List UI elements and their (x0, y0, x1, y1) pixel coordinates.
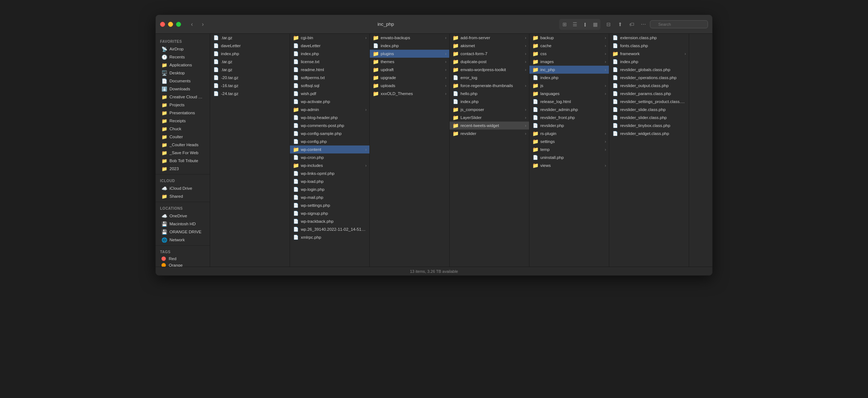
list-item[interactable]: 📁 js › (529, 82, 609, 90)
list-item[interactable]: 📄 release_log.html (529, 98, 609, 106)
list-item[interactable]: 📄 wp-load.php (290, 177, 369, 185)
list-item[interactable]: 📄 xmlrpc.php (290, 233, 369, 241)
list-item[interactable]: 📁 js_composer › (450, 106, 529, 114)
list-item[interactable]: 📄 revslider_globals.class.php (609, 66, 689, 74)
list-item[interactable]: 📁 themes › (370, 58, 449, 66)
list-item[interactable]: 📄 wp-settings.php (290, 201, 369, 209)
list-item[interactable]: 📄 wp-config.php (290, 138, 369, 145)
list-item[interactable]: 📄 wp-links-opml.php (290, 169, 369, 177)
list-item[interactable]: 📁 wp-includes › (290, 161, 369, 169)
list-item[interactable]: 📄 daveLetter (210, 42, 290, 50)
list-item[interactable]: 📄 extension.class.php (609, 34, 689, 42)
list-item[interactable]: 📁 inc_php › (529, 66, 609, 74)
list-item[interactable]: 📄 wp-config-sample.php (290, 130, 369, 138)
sidebar-item-projects[interactable]: 📁 Projects (157, 101, 208, 109)
list-item[interactable]: 📁 LayerSlider › (450, 114, 529, 122)
sidebar-item-macintosh-hd[interactable]: 💾 Macintosh HD (157, 220, 208, 228)
list-item[interactable]: 📄 wish.pdf (290, 90, 369, 98)
sidebar-item-icloud-drive[interactable]: ☁️ iCloud Drive (157, 184, 208, 192)
sidebar-item-tag-orange[interactable]: Orange (157, 262, 208, 267)
sidebar-item-creative-cloud[interactable]: 📁 Creative Cloud Files (157, 93, 208, 101)
sidebar-item-airdrop[interactable]: 📡 AirDrop (157, 45, 208, 53)
list-item[interactable]: 📄 readme.html (290, 66, 369, 74)
list-item[interactable]: 📁 force-regenerate-thumbnails › (450, 82, 529, 90)
sidebar-item-save-for-web[interactable]: 📁 _Save For Web (157, 149, 208, 157)
list-item[interactable]: 📄 index.php (210, 50, 290, 58)
list-item[interactable]: 📁 revslider › (450, 130, 529, 138)
sidebar-item-documents[interactable]: 📄 Documents (157, 77, 208, 85)
list-item[interactable]: 📁 akismet › (450, 42, 529, 50)
list-item[interactable]: 📁 temp › (529, 145, 609, 153)
close-button[interactable] (160, 22, 165, 27)
sidebar-item-recents[interactable]: 🕐 Recents (157, 53, 208, 61)
list-item[interactable]: 📄 wp-signup.php (290, 209, 369, 217)
list-item[interactable]: 📄 revslider_output.class.php (609, 82, 689, 90)
list-item[interactable]: 📄 .tar.gz (210, 66, 290, 74)
list-item[interactable]: 📄 wp-blog-header.php (290, 114, 369, 122)
list-item[interactable]: 📄 revslider_tinybox.class.php (609, 122, 689, 130)
list-item[interactable]: 📁 views › (529, 161, 609, 169)
list-item[interactable]: 📄 index.php (370, 42, 449, 50)
list-item[interactable]: 📄 hello.php (450, 90, 529, 98)
gallery-view-button[interactable]: ▦ (590, 19, 600, 29)
sidebar-item-downloads[interactable]: ⬇️ Downloads (157, 85, 208, 93)
sidebar-item-desktop[interactable]: 🖥️ Desktop (157, 69, 208, 77)
list-item[interactable]: 📄 revslider_slide.class.php (609, 106, 689, 114)
list-item[interactable]: 📁 add-from-server › (450, 34, 529, 42)
list-item[interactable]: 📄 -20.tar.gz (210, 74, 290, 82)
icon-view-button[interactable]: ⊞ (560, 19, 570, 29)
sidebar-item-applications[interactable]: 📁 Applications (157, 61, 208, 69)
minimize-button[interactable] (168, 22, 173, 27)
list-item[interactable]: 📁 settings › (529, 138, 609, 145)
sidebar-item-network[interactable]: 🌐 Network (157, 236, 208, 244)
list-item[interactable]: 📄 revslider_front.php (529, 114, 609, 122)
back-button[interactable]: ‹ (187, 20, 197, 28)
list-item[interactable]: 📄 wp-comments-post.php (290, 122, 369, 130)
column-view-button[interactable]: ⫿ (580, 19, 590, 29)
sidebar-item-receipts[interactable]: 📁 Receipts (157, 117, 208, 125)
list-item[interactable]: 📄 softperms.txt (290, 74, 369, 82)
sidebar-item-tag-red[interactable]: Red (157, 255, 208, 262)
list-item[interactable]: 📄 daveLetter (290, 42, 369, 50)
list-item[interactable]: 📄 wp-mail.php (290, 193, 369, 201)
list-item[interactable]: 📄 index.php (450, 98, 529, 106)
list-item[interactable]: 📁 envato-backups › (370, 34, 449, 42)
share-button[interactable]: ⬆ (615, 19, 625, 29)
list-item[interactable]: 📁 xxxOLD_Themes › (370, 90, 449, 98)
list-item[interactable]: 📄 wp.26_39140.2022-11-02_14-51-32 (290, 225, 369, 233)
list-item[interactable]: 📁 css › (529, 50, 609, 58)
list-item[interactable]: 📄 revslider_widget.class.php (609, 130, 689, 138)
list-item[interactable]: 📁 contact-form-7 › (450, 50, 529, 58)
search-input[interactable] (650, 20, 708, 28)
list-item[interactable]: 📁 plugins › (370, 50, 449, 58)
list-item[interactable]: 📁 backup › (529, 34, 609, 42)
list-item[interactable]: 📁 framework › (609, 50, 689, 58)
list-item[interactable]: 📄 wp-activate.php (290, 98, 369, 106)
list-item[interactable]: 📄 revslider_slider.class.php (609, 114, 689, 122)
maximize-button[interactable] (176, 22, 181, 27)
list-item[interactable]: 📁 envato-wordpress-toolkit › (450, 66, 529, 74)
sidebar-item-chuck[interactable]: 📁 Chuck (157, 125, 208, 133)
list-item[interactable]: 📄 -16.tar.gz (210, 82, 290, 90)
list-item[interactable]: 📄 revslider_operations.class.php (609, 74, 689, 82)
list-item[interactable]: 📁 upgrade › (370, 74, 449, 82)
list-item[interactable]: 📄 index.php (529, 74, 609, 82)
sidebar-item-onedrive[interactable]: ☁️ OneDrive (157, 212, 208, 220)
sidebar-item-coulter-heads[interactable]: 📁 _Coulter Heads (157, 141, 208, 149)
list-item[interactable]: 📄 revslider_admin.php (529, 106, 609, 114)
list-item[interactable]: 📁 wp-content › (290, 145, 369, 153)
list-item[interactable]: 📄 revslider_params.class.php (609, 90, 689, 98)
tag-button[interactable]: 🏷 (627, 19, 637, 29)
list-item[interactable]: 📁 languages › (529, 90, 609, 98)
sidebar-item-presentations[interactable]: 📁 Presentations (157, 109, 208, 117)
list-item[interactable]: 📄 fonts.class.php (609, 42, 689, 50)
list-item[interactable]: 📁 recent-tweets-widget › (450, 122, 529, 130)
list-item[interactable]: 📄 uninstall.php (529, 153, 609, 161)
list-item[interactable]: 📁 rs-plugin › (529, 130, 609, 138)
list-item[interactable]: 📄 wp-trackback.php (290, 217, 369, 225)
list-view-button[interactable]: ☰ (570, 19, 580, 29)
list-item[interactable]: 📄 wp-login.php (290, 185, 369, 193)
list-item[interactable]: 📄 -24.tar.gz (210, 90, 290, 98)
list-item[interactable]: 📁 cgi-bin › (290, 34, 369, 42)
list-item[interactable]: 📄 revslider_settings_product.class.php (609, 98, 689, 106)
